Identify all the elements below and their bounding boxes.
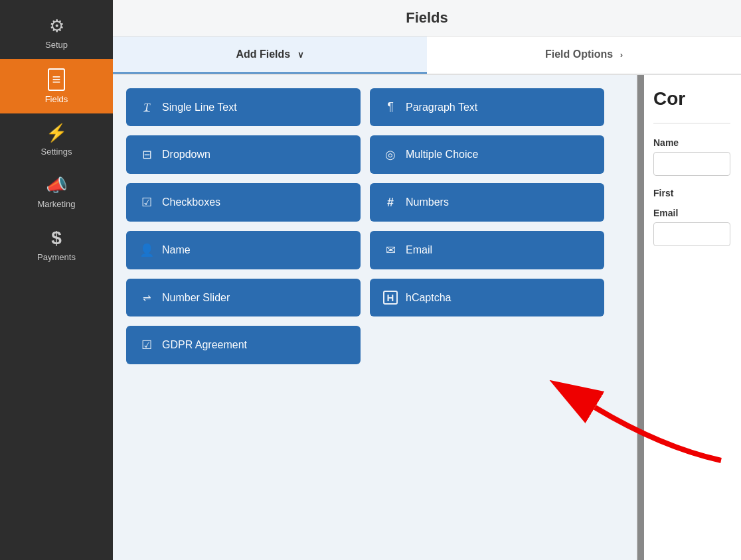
single-line-text-icon: T (139, 101, 154, 114)
field-btn-number-slider-label: Number Slider (162, 292, 230, 304)
field-btn-gdpr-agreement[interactable]: ☑ GDPR Agreement (126, 326, 361, 364)
email-icon: ✉ (383, 243, 398, 257)
right-panel-name-label: Name (653, 137, 730, 148)
sidebar-item-fields[interactable]: ≡ Fields (0, 59, 113, 113)
right-panel-divider (653, 123, 730, 124)
sidebar-item-setup[interactable]: ⚙ Setup (0, 7, 113, 59)
fields-area: T Single Line Text ¶ Paragraph Text ⊟ Dr… (113, 75, 637, 560)
field-btn-multiple-choice-label: Multiple Choice (406, 149, 478, 161)
field-btn-numbers[interactable]: # Numbers (370, 183, 604, 222)
field-btn-gdpr-agreement-label: GDPR Agreement (162, 339, 247, 351)
right-panel-name-first-input (653, 152, 730, 176)
fields-main: T Single Line Text ¶ Paragraph Text ⊟ Dr… (113, 75, 637, 560)
sidebar-item-fields-label: Fields (45, 94, 68, 104)
field-btn-hcaptcha-label: hCaptcha (406, 292, 452, 304)
name-icon: 👤 (139, 243, 154, 257)
right-panel-first-label: First (653, 188, 730, 198)
gdpr-icon: ☑ (139, 338, 154, 352)
dollar-icon: $ (51, 228, 62, 249)
sliders-icon: ⚡ (46, 123, 67, 143)
field-btn-multiple-choice[interactable]: ◎ Multiple Choice (370, 135, 604, 174)
right-panel-email-input (653, 222, 730, 246)
field-btn-single-line-text[interactable]: T Single Line Text (126, 88, 361, 126)
field-btn-name[interactable]: 👤 Name (126, 231, 361, 269)
field-btn-checkboxes[interactable]: ☑ Checkboxes (126, 183, 361, 222)
sidebar-item-settings[interactable]: ⚡ Settings (0, 113, 113, 166)
field-btn-name-label: Name (162, 244, 191, 256)
page-title: Fields (133, 9, 721, 27)
marketing-icon: 📣 (46, 175, 67, 196)
field-btn-paragraph-text[interactable]: ¶ Paragraph Text (370, 88, 604, 126)
right-panel: Cor Name First Email (637, 75, 741, 560)
right-panel-title: Cor (653, 88, 730, 109)
field-btn-hcaptcha[interactable]: H hCaptcha (370, 279, 604, 316)
resize-handle[interactable] (637, 75, 644, 560)
paragraph-text-icon: ¶ (383, 100, 398, 114)
fields-grid: T Single Line Text ¶ Paragraph Text ⊟ Dr… (126, 88, 604, 364)
gear-icon: ⚙ (49, 16, 64, 36)
sidebar-item-settings-label: Settings (41, 147, 72, 157)
top-bar: Fields (113, 0, 741, 36)
fields-icon: ≡ (48, 68, 66, 91)
sidebar: ⚙ Setup ≡ Fields ⚡ Settings 📣 Marketing … (0, 0, 113, 560)
tab-add-fields-label: Add Fields (236, 48, 290, 60)
field-btn-email[interactable]: ✉ Email (370, 231, 604, 269)
dropdown-icon: ⊟ (139, 147, 154, 162)
sidebar-item-marketing-label: Marketing (37, 199, 75, 209)
tabs-bar: Add Fields ∨ Field Options › (113, 36, 741, 75)
tab-field-options[interactable]: Field Options › (427, 36, 741, 74)
field-btn-email-label: Email (406, 244, 432, 256)
numbers-icon: # (383, 196, 398, 210)
main-content: Fields Add Fields ∨ Field Options › T Si… (113, 0, 741, 560)
field-btn-number-slider[interactable]: ⇌ Number Slider (126, 279, 361, 316)
field-btn-single-line-text-label: Single Line Text (162, 102, 237, 113)
multiple-choice-icon: ◎ (383, 147, 398, 162)
sidebar-item-payments-label: Payments (37, 252, 76, 262)
field-btn-paragraph-text-label: Paragraph Text (406, 102, 477, 113)
field-btn-dropdown-label: Dropdown (162, 149, 210, 161)
hcaptcha-icon: H (383, 291, 398, 305)
chevron-right-icon: › (620, 50, 623, 60)
sidebar-item-payments[interactable]: $ Payments (0, 218, 113, 271)
tab-add-fields[interactable]: Add Fields ∨ (113, 36, 427, 74)
sidebar-item-setup-label: Setup (45, 40, 68, 50)
right-panel-email-label: Email (653, 208, 730, 218)
field-btn-checkboxes-label: Checkboxes (162, 196, 220, 208)
tab-field-options-label: Field Options (545, 48, 613, 60)
number-slider-icon: ⇌ (139, 292, 154, 304)
field-btn-dropdown[interactable]: ⊟ Dropdown (126, 135, 361, 174)
checkboxes-icon: ☑ (139, 195, 154, 210)
field-btn-numbers-label: Numbers (406, 196, 449, 208)
sidebar-item-marketing[interactable]: 📣 Marketing (0, 166, 113, 218)
content-area: T Single Line Text ¶ Paragraph Text ⊟ Dr… (113, 75, 741, 560)
chevron-down-icon: ∨ (297, 50, 304, 60)
